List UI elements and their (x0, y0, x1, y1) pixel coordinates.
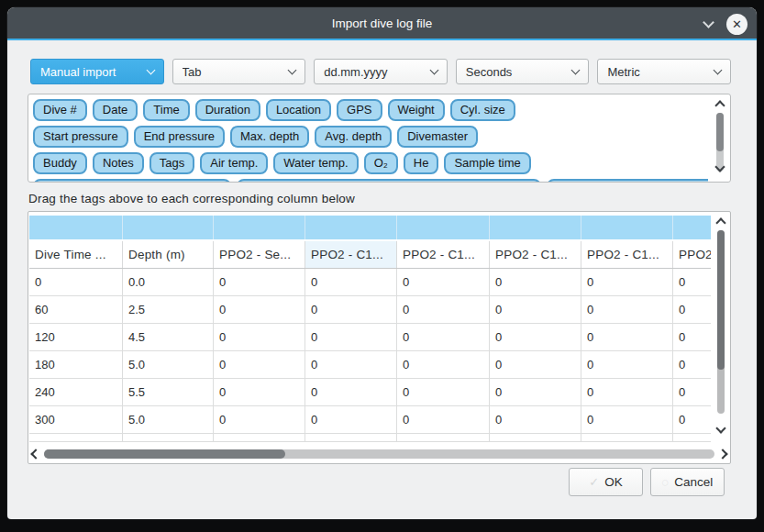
table-cell[interactable]: 0 (29, 269, 123, 296)
column-header-2[interactable]: PPO2 - Se... (214, 241, 305, 268)
drop-cell-5[interactable] (490, 216, 581, 239)
tags-scroll-thumb[interactable] (716, 113, 724, 151)
tag-o[interactable]: O₂ (364, 152, 398, 174)
close-button[interactable]: ✕ (726, 14, 747, 35)
scroll-up-icon[interactable] (715, 217, 725, 227)
tags-scrollbar[interactable] (713, 98, 727, 178)
table-cell[interactable]: 5.0 (123, 406, 214, 434)
table-cell[interactable]: 240 (29, 379, 123, 406)
table-cell[interactable]: 0 (581, 269, 673, 296)
table-vscroll-thumb[interactable] (717, 230, 725, 370)
combo-3[interactable]: Seconds (456, 59, 590, 84)
table-cell[interactable]: 0 (214, 351, 305, 379)
tag-dive[interactable]: Dive # (33, 99, 87, 121)
tag-air-temp[interactable]: Air temp. (200, 152, 268, 174)
table-cell[interactable]: 0 (305, 269, 397, 296)
table-cell[interactable]: 0 (305, 351, 397, 379)
tag-partial-2[interactable] (547, 179, 708, 182)
combo-4[interactable]: Metric (597, 59, 731, 84)
table-cell[interactable]: 120 (29, 324, 123, 351)
table-cell[interactable]: 0 (581, 406, 673, 434)
table-cell[interactable]: 0.0 (123, 269, 214, 296)
tag-partial-0[interactable] (33, 179, 231, 182)
column-header-4[interactable]: PPO2 - C1... (397, 241, 490, 268)
column-header-6[interactable]: PPO2 - C1... (581, 241, 673, 268)
drop-cell-3[interactable] (305, 216, 397, 239)
table-cell[interactable]: 4.5 (123, 324, 214, 351)
table-cell[interactable]: 0 (305, 406, 397, 434)
table-cell[interactable]: 0 (305, 296, 397, 324)
tag-max-depth[interactable]: Max. depth (230, 126, 309, 148)
table-cell[interactable]: 0 (214, 296, 305, 324)
tag-tags[interactable]: Tags (149, 152, 194, 174)
table-cell[interactable]: 0 (397, 269, 490, 296)
chevron-down-icon[interactable] (703, 17, 714, 28)
scroll-up-icon[interactable] (714, 100, 725, 110)
table-cell[interactable]: 0 (673, 324, 711, 351)
table-cell[interactable]: 0 (214, 406, 305, 434)
table-cell[interactable]: 0 (397, 379, 490, 406)
tag-sample-time[interactable]: Sample time (444, 152, 530, 174)
scroll-right-icon[interactable] (717, 449, 727, 459)
scroll-down-icon[interactable] (715, 423, 725, 433)
tag-weight[interactable]: Weight (388, 99, 445, 121)
table-cell[interactable]: 0 (673, 296, 711, 324)
table-cell[interactable]: 0 (581, 379, 673, 406)
tag-duration[interactable]: Duration (195, 99, 260, 121)
column-header-1[interactable]: Depth (m) (123, 241, 214, 268)
column-header-5[interactable]: PPO2 - C1... (490, 241, 581, 268)
table-cell[interactable]: 0 (490, 351, 581, 379)
table-cell[interactable]: 0 (397, 324, 490, 351)
table-cell[interactable]: 300 (29, 406, 123, 434)
table-cell[interactable]: 0 (490, 406, 581, 434)
tag-avg-depth[interactable]: Avg. depth (315, 126, 392, 148)
table-cell[interactable]: 0 (397, 351, 490, 379)
table-cell[interactable]: 0 (581, 296, 673, 324)
table-cell[interactable]: 0 (490, 296, 581, 324)
combo-2[interactable]: dd.mm.yyyy (314, 59, 448, 84)
table-cell[interactable]: 0 (305, 379, 397, 406)
table-cell[interactable]: 0 (397, 296, 490, 324)
drop-cell-2[interactable] (214, 216, 305, 239)
combo-1[interactable]: Tab (172, 59, 306, 84)
table-cell[interactable]: 2.5 (123, 296, 214, 324)
column-header-3[interactable]: PPO2 - C1... (305, 241, 397, 268)
tag-time[interactable]: Time (143, 99, 189, 121)
cancel-button[interactable]: ◌ Cancel (650, 468, 725, 496)
table-cell[interactable]: 0 (490, 324, 581, 351)
tag-partial-1[interactable] (237, 179, 541, 182)
table-cell[interactable]: 0 (673, 406, 711, 434)
table-cell[interactable]: 60 (29, 296, 123, 324)
table-vertical-scrollbar[interactable] (714, 216, 728, 439)
table-cell[interactable]: 0 (673, 351, 711, 379)
table-cell[interactable]: 0 (673, 379, 711, 406)
table-cell[interactable]: 0 (214, 379, 305, 406)
table-horizontal-scrollbar[interactable] (32, 446, 726, 461)
tag-divemaster[interactable]: Divemaster (397, 126, 478, 148)
table-cell[interactable]: 0 (581, 324, 673, 351)
column-header-7[interactable]: PPO2 (673, 241, 711, 268)
table-hscroll-track[interactable] (44, 449, 714, 459)
tag-end-pressure[interactable]: End pressure (134, 126, 225, 148)
table-cell[interactable]: 0 (490, 379, 581, 406)
combo-0[interactable]: Manual import (30, 59, 164, 84)
tag-date[interactable]: Date (93, 99, 138, 121)
tag-cyl-size[interactable]: Cyl. size (450, 99, 515, 121)
drop-cell-4[interactable] (397, 216, 490, 239)
drop-cell-0[interactable] (29, 216, 123, 239)
table-cell[interactable]: 0 (214, 324, 305, 351)
table-hscroll-thumb[interactable] (44, 449, 285, 459)
ok-button[interactable]: ✓ OK (569, 468, 643, 496)
table-cell[interactable]: 0 (673, 269, 711, 296)
tag-he[interactable]: He (404, 152, 439, 174)
drop-cell-6[interactable] (581, 216, 673, 239)
table-cell[interactable]: 0 (490, 269, 581, 296)
drop-cell-1[interactable] (123, 216, 214, 239)
table-cell[interactable]: 180 (29, 351, 123, 379)
tag-water-temp[interactable]: Water temp. (273, 152, 358, 174)
table-cell[interactable]: 0 (581, 351, 673, 379)
table-cell[interactable]: 0 (397, 406, 490, 434)
table-cell[interactable]: 5.0 (123, 351, 214, 379)
scroll-left-icon[interactable] (30, 449, 40, 459)
drop-target-row[interactable] (29, 216, 711, 239)
